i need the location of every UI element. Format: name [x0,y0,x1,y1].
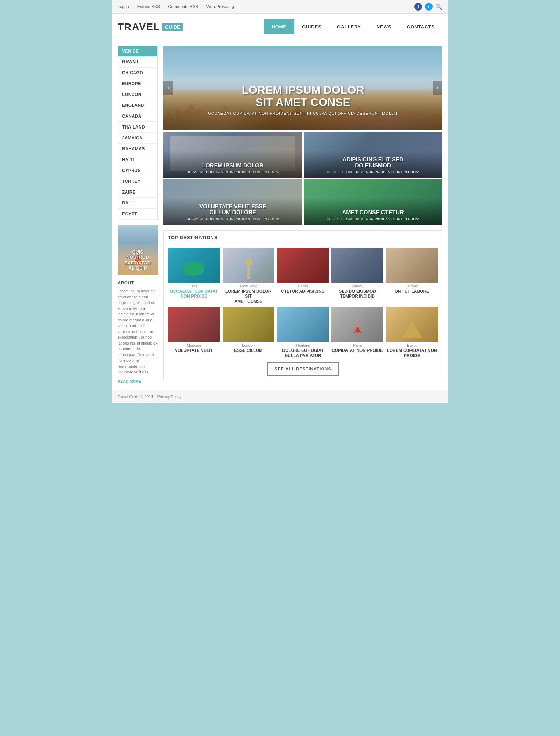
logo-travel: TRAVEL [118,21,160,33]
sidebar-item-jamaica[interactable]: JAMAICA [118,133,158,144]
dest-city-moscow: Moscow [168,343,220,347]
sidebar: VENICE HAWAII CHICAGO EUROPE LONDON ENGL… [118,46,158,384]
nav-home[interactable]: HOME [264,19,294,34]
grid-item-3[interactable]: VOLUPTATE VELIT ESSECILLUM DOLORE OCCAEC… [163,179,302,225]
grid-item-1[interactable]: LOREM IPSUM DOLOR OCCAECAT CUPIDATAT NON… [163,132,302,178]
dest-item-newyork[interactable]: New York LOREM IPSUM DOLOR SITAMET CONSE [223,248,274,304]
grid-item-2-sub: OCCAECAT CUPIDATAT NON PROIDENT SUNT IN … [304,170,443,174]
dest-name-berlin: CTETUR ADIPISICING [277,289,329,294]
dest-name-bali: OCCAECAT CUPIDATATNON PROIDE [168,289,220,299]
nav-contacts[interactable]: CONTACTS [399,19,442,34]
section-title-top-dest: TOP DESTINATIONS [168,235,438,243]
twitter-icon[interactable]: t [425,3,433,11]
facebook-icon[interactable]: f [414,3,422,11]
dest-city-bali: Bali [168,284,220,288]
top-bar-right: f t 🔍 [414,3,442,11]
nav-news[interactable]: NEWS [369,19,399,34]
sidebar-item-haiti[interactable]: HAITI [118,154,158,165]
dest-city-newyork: New York [223,284,274,288]
nav-gallery[interactable]: GALLERY [329,19,369,34]
nav-guides[interactable]: GUIDES [294,19,329,34]
hero-title: LOREM IPSUM DOLORSIT AMET CONSE [163,84,442,109]
dest-item-europe[interactable]: Europe UNT UT LABORE [386,248,438,304]
top-bar-links: Log in | Entries RSS | Comments RSS | Wo… [118,4,234,9]
dest-city-berlin: Berlin [277,284,329,288]
hero-text: LOREM IPSUM DOLORSIT AMET CONSE OCCAECAT… [163,84,442,116]
dest-name-europe: UNT UT LABORE [386,289,438,294]
search-button[interactable]: 🔍 [435,4,442,10]
dest-item-berlin[interactable]: Berlin CTETUR ADIPISICING [277,248,329,304]
dest-name-egypt: LOREM CUPIDATAT NONPROIDE [386,348,438,358]
hero-subtitle: OCCAECAT CUPIDATAT NON PROIDENT SUNT IN … [163,111,442,116]
main-content: VENICE HAWAII CHICAGO EUROPE LONDON ENGL… [112,40,448,390]
sidebar-item-venice[interactable]: VENICE [118,46,158,57]
dest-name-thailand: DOLORE EU FUGIATNULLA PARIATUR [277,348,329,358]
grid-4: LOREM IPSUM DOLOR OCCAECAT CUPIDATAT NON… [163,132,442,225]
sidebar-item-cyprus[interactable]: CYPRUS [118,165,158,176]
dest-city-turkey: Turkey [331,284,383,288]
logo-guide: GUIDE [162,23,183,31]
see-all-button[interactable]: SEE ALL DESTINATIONS [267,362,339,376]
dest-name-paris: CUPIDATAT NON PROIDE [331,348,383,353]
sidebar-item-europe[interactable]: EUROPE [118,78,158,89]
dest-item-turkey[interactable]: Turkey SED DO EIUSMODTEMPOR INCIDID [331,248,383,304]
sidebar-item-turkey[interactable]: TURKEY [118,176,158,187]
grid-item-2[interactable]: ADIPISICING ELIT SEDDO EIUSMOD OCCAECAT … [304,132,443,178]
about-text: Lorem ipsum dolor sit amet conse ctetur … [118,288,158,375]
grid-item-4[interactable]: AMET CONSE CTETUR OCCAECAT CUPIDATAT NON… [304,179,443,225]
sidebar-item-bahamas[interactable]: BAHAMAS [118,144,158,154]
sidebar-item-egypt[interactable]: EGYPT [118,209,158,220]
dest-item-moscow[interactable]: Moscow VOLUPTATE VELIT [168,307,220,358]
dest-grid-row2: Moscow VOLUPTATE VELIT London ESSE CILLU… [168,307,438,358]
sidebar-item-england[interactable]: ENGLAND [118,100,158,111]
dest-name-london: ESSE CILLUM [223,348,274,353]
sidebar-promo-text: QUIS NOSTRUD EXERCITATI ALIQUIP [121,249,154,271]
dest-item-bali[interactable]: Bali OCCAECAT CUPIDATATNON PROIDE [168,248,220,304]
top-bar: Log in | Entries RSS | Comments RSS | Wo… [112,0,448,14]
logo[interactable]: TRAVEL GUIDE [118,21,183,33]
sidebar-item-hawaii[interactable]: HAWAII [118,57,158,68]
login-link[interactable]: Log in [118,4,129,9]
dest-city-europe: Europe [386,284,438,288]
grid-item-3-sub: OCCAECAT CUPIDATAT NON PROIDENT SUNT IN … [163,217,302,221]
dest-item-paris[interactable]: 🗼 Paris CUPIDATAT NON PROIDE [331,307,383,358]
sidebar-item-thailand[interactable]: THAILAND [118,122,158,133]
sidebar-item-london[interactable]: LONDON [118,89,158,100]
sidebar-item-canada[interactable]: CANADA [118,111,158,122]
dest-city-london: London [223,343,274,347]
sidebar-about: ABOUT Lorem ipsum dolor sit amet conse c… [118,280,158,384]
top-destinations: TOP DESTINATIONS Bali OCCAECAT CUPIDATAT… [163,230,442,380]
dest-item-thailand[interactable]: Thailand DOLORE EU FUGIATNULLA PARIATUR [277,307,329,358]
header: TRAVEL GUIDE HOME GUIDES GALLERY NEWS CO… [112,14,448,40]
grid-item-2-title: ADIPISICING ELIT SEDDO EIUSMOD [304,157,443,169]
dest-grid-row1: Bali OCCAECAT CUPIDATATNON PROIDE New Yo… [168,248,438,304]
entries-rss-link[interactable]: Entries RSS [137,4,160,9]
about-title: ABOUT [118,280,158,285]
dest-name-turkey: SED DO EIUSMODTEMPOR INCIDID [331,289,383,299]
sidebar-item-chicago[interactable]: CHICAGO [118,68,158,78]
grid-item-4-title: AMET CONSE CTETUR [304,209,443,216]
right-content: ‹ › LOREM IPSUM DOLORSIT AMET CONSE OCCA… [163,46,442,384]
main-nav: HOME GUIDES GALLERY NEWS CONTACTS [264,19,442,34]
grid-item-1-sub: OCCAECAT CUPIDATAT NON PROIDENT SUNT IN … [163,170,302,174]
privacy-policy-link[interactable]: Privacy Policy [158,395,181,399]
sidebar-menu: VENICE HAWAII CHICAGO EUROPE LONDON ENGL… [118,46,158,220]
sidebar-promo: 🗼 QUIS NOSTRUD EXERCITATI ALIQUIP [118,225,158,275]
footer: Travel Guide © 2014 Privacy Policy [112,390,448,403]
wordpress-link[interactable]: WordPress.org [206,4,234,9]
dest-item-egypt[interactable]: Egypt LOREM CUPIDATAT NONPROIDE [386,307,438,358]
dest-item-london[interactable]: London ESSE CILLUM [223,307,274,358]
comments-rss-link[interactable]: Comments RSS [168,4,198,9]
dest-city-thailand: Thailand [277,343,329,347]
dest-city-paris: Paris [331,343,383,347]
grid-item-1-title: LOREM IPSUM DOLOR [163,162,302,169]
sidebar-item-bali[interactable]: BALI [118,198,158,209]
dest-name-newyork: LOREM IPSUM DOLOR SITAMET CONSE [223,289,274,304]
dest-name-moscow: VOLUPTATE VELIT [168,348,220,353]
sidebar-item-zaire[interactable]: ZAIRE [118,187,158,198]
dest-city-egypt: Egypt [386,343,438,347]
footer-text: Travel Guide © 2014 [118,395,153,399]
hero-slider: ‹ › LOREM IPSUM DOLORSIT AMET CONSE OCCA… [163,46,442,130]
read-more-link[interactable]: READ MORE [118,379,141,383]
grid-item-4-sub: OCCAECAT CUPIDATAT NON PROIDENT SUNT IN … [304,217,443,221]
